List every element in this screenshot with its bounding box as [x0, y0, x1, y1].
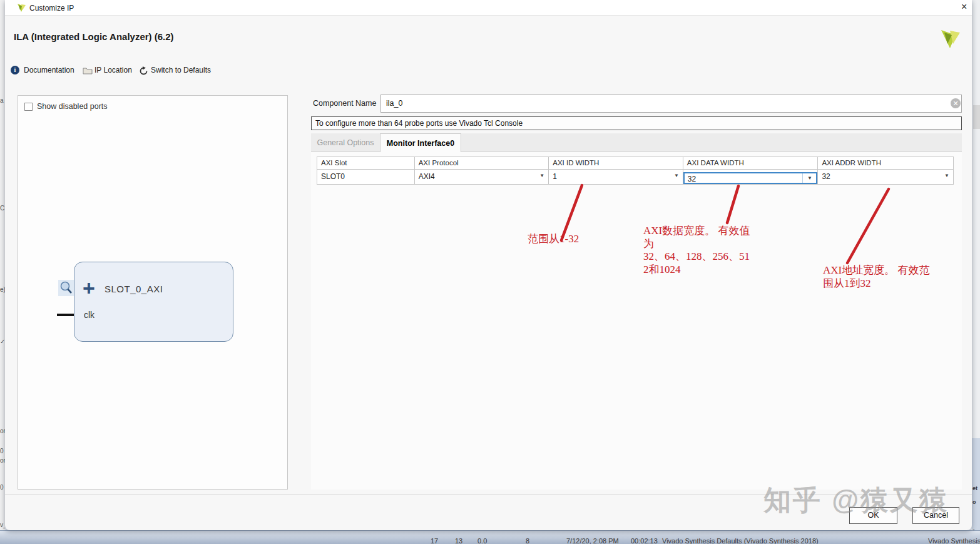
bg-bar-value: 13 [455, 537, 462, 544]
probe-ports-notice: To configure more than 64 probe ports us… [311, 116, 962, 130]
col-axi-slot: AXI Slot [317, 157, 415, 170]
switch-to-defaults-link[interactable]: Switch to Defaults [151, 66, 211, 74]
tab-general-options[interactable]: General Options [311, 133, 380, 152]
bg-fragment: or [0, 428, 5, 434]
bg-blue-region [972, 438, 980, 530]
background-left-edge: a C e) ✓ or 0 or 0 v_ [0, 0, 5, 530]
bg-fragment: a [0, 97, 4, 104]
clk-wire [57, 314, 74, 316]
bg-fragment: or [0, 457, 5, 464]
bg-bar-value: 0.0 [477, 537, 487, 544]
magnifier-icon[interactable] [58, 280, 74, 296]
axi-slot-value: SLOT0 [317, 170, 415, 184]
chevron-down-icon[interactable]: ▼ [539, 173, 544, 178]
table-header-row: AXI Slot AXI Protocol AXI ID WIDTH AXI D… [317, 157, 953, 170]
bg-bar-value: 17 [431, 537, 438, 544]
slot0-axi-label: SLOT_0_AXI [105, 284, 163, 294]
background-status-bar: 17 13 0.0 8 7/12/20, 2:08 PM 00:02:13 Vi… [0, 530, 980, 544]
bg-fragment: 0 [0, 448, 4, 454]
refresh-icon [139, 66, 148, 76]
cancel-button[interactable]: Cancel [912, 507, 959, 524]
axi-protocol-select[interactable]: AXI4 ▼ [415, 170, 549, 184]
axi-id-width-value: 1 [553, 172, 557, 181]
info-icon: i [11, 66, 19, 74]
customize-ip-dialog: Customize IP × ILA (Integrated Logic Ana… [5, 0, 972, 530]
ok-button[interactable]: OK [849, 507, 897, 524]
ip-symbol-panel: Show disabled ports + SLOT_0_AXI clk [18, 95, 288, 490]
clk-port-label: clk [84, 310, 94, 320]
dialog-titlebar: Customize IP × [5, 0, 972, 16]
axi-addr-width-select[interactable]: 32 ▼ [818, 170, 953, 184]
axi-data-width-value: 32 [685, 173, 803, 183]
dialog-title: Customize IP [29, 4, 74, 13]
footer-divider [5, 495, 972, 495]
xilinx-logo-icon [939, 27, 962, 51]
chevron-down-icon[interactable]: ▼ [802, 173, 816, 183]
tab-content: AXI Slot AXI Protocol AXI ID WIDTH AXI D… [311, 152, 962, 490]
close-icon[interactable]: × [961, 1, 967, 13]
bg-fragment: v_ [0, 521, 5, 528]
bg-scrollbar-block [973, 105, 980, 129]
ip-location-link[interactable]: IP Location [94, 66, 132, 74]
bg-bar-value: 00:02:13 [631, 537, 658, 544]
axi-addr-width-value: 32 [822, 172, 830, 181]
annotation-addr-width: AXI地址宽度。 有效范 围从1到32 [823, 264, 929, 290]
page-title: ILA (Integrated Logic Analyzer) (6.2) [14, 31, 174, 42]
component-name-input[interactable]: ila_0 [380, 95, 962, 113]
tab-strip: General Options Monitor Interface0 [311, 133, 962, 152]
documentation-link[interactable]: Documentation [24, 66, 74, 74]
annotation-id-width: 范围从1-32 [528, 233, 579, 246]
bg-bar-value: Vivado Synthesis Defaults (Vivado Synthe… [662, 537, 819, 544]
bg-fragment: 0 [0, 484, 4, 491]
background-right-edge: et o fa [972, 0, 980, 530]
component-name-label: Component Name [313, 99, 376, 108]
table-row: SLOT0 AXI4 ▼ 1 ▼ 32 ▼ 32 ▼ [317, 170, 953, 184]
axi-protocol-value: AXI4 [419, 172, 435, 181]
axi-data-width-editor[interactable]: 32 ▼ [683, 172, 818, 184]
folder-icon [83, 67, 93, 74]
col-axi-protocol: AXI Protocol [415, 157, 549, 170]
col-axi-id-width: AXI ID WIDTH [549, 157, 683, 170]
bg-fragment: et [972, 485, 977, 491]
annotation-data-width: AXI数据宽度。 有效值 为 32、64、128、256、51 2和1024 [643, 225, 750, 276]
show-disabled-ports-label: Show disabled ports [37, 102, 108, 111]
xilinx-logo-icon [16, 3, 27, 13]
bg-bar-value: 7/12/20, 2:08 PM [566, 537, 619, 544]
col-axi-data-width: AXI DATA WIDTH [683, 157, 819, 170]
chevron-down-icon[interactable]: ▼ [674, 173, 679, 178]
axi-slot-table: AXI Slot AXI Protocol AXI ID WIDTH AXI D… [317, 157, 954, 185]
bg-fragment: ✓ [0, 338, 5, 345]
col-axi-addr-width: AXI ADDR WIDTH [818, 157, 953, 170]
bg-fragment: C [0, 205, 4, 212]
tab-monitor-interface0[interactable]: Monitor Interface0 [380, 133, 461, 153]
axi-id-width-select[interactable]: 1 ▼ [549, 170, 683, 184]
bg-fragment: e) [0, 286, 5, 293]
bg-bar-value: 8 [526, 537, 529, 544]
bg-bar-value: Vivado Synthesis Def [928, 537, 980, 544]
expand-plus-icon[interactable]: + [83, 279, 95, 297]
bg-fragment: o [972, 499, 976, 505]
axi-data-width-select[interactable]: 32 ▼ [683, 170, 819, 184]
show-disabled-ports-checkbox[interactable] [24, 103, 33, 111]
clear-icon[interactable]: ✕ [951, 98, 961, 108]
slot0-axi-block[interactable]: + SLOT_0_AXI clk [74, 262, 233, 342]
chevron-down-icon[interactable]: ▼ [944, 173, 949, 178]
